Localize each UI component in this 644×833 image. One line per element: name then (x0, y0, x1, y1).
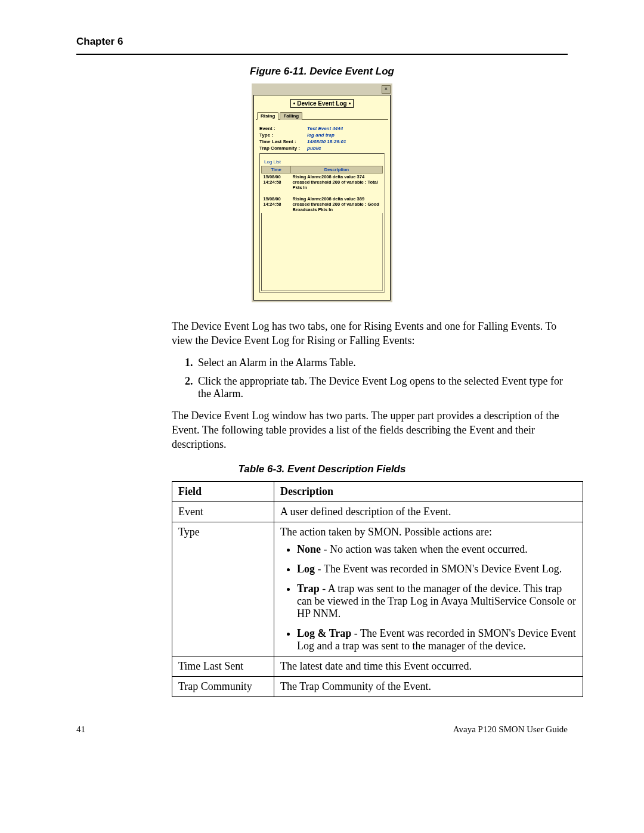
page-number: 41 (76, 724, 85, 735)
th-description: Description (274, 482, 583, 502)
field-timelastsent-value: 14/08/00 18:29:01 (307, 139, 385, 144)
dialog-title-text: Device Event Log (297, 100, 346, 107)
log-th-time: Time (262, 166, 291, 174)
step-2: Click the appropriate tab. The Device Ev… (196, 375, 568, 400)
dot-icon (293, 103, 295, 104)
field-event-value: Test Event 4444 (307, 126, 385, 131)
tab-pane: Event : Test Event 4444 Type : log and t… (256, 119, 388, 298)
type-intro: The action taken by SMON. Possible actio… (280, 526, 577, 538)
field-timelastsent-label: Time Last Sent : (259, 139, 307, 144)
list-item: None - No action was taken when the even… (297, 543, 577, 556)
log-row: 15/08/00 14:24:58 Rising Alarm:2008 delt… (262, 196, 383, 213)
guide-title: Avaya P120 SMON User Guide (453, 724, 568, 735)
chapter-header: Chapter 6 (76, 36, 568, 48)
paragraph: The Device Event Log window has two part… (172, 408, 568, 452)
th-field: Field (172, 482, 274, 502)
log-th-desc: Description (291, 166, 383, 174)
step-1: Select an Alarm in the Alarms Table. (196, 357, 568, 369)
list-item: Log & Trap - The Event was recorded in S… (297, 627, 577, 652)
field-trapcommunity-label: Trap Community : (259, 145, 307, 151)
paragraph: The Device Event Log has two tabs, one f… (172, 319, 568, 348)
field-type-value: log and trap (307, 132, 385, 138)
table-row: Event A user defined description of the … (172, 502, 583, 522)
tab-rising[interactable]: Rising (257, 112, 278, 120)
dialog-outer: × Device Event Log Rising Falling Ev (252, 83, 392, 302)
log-table: Time Description 15/08/00 14:24:58 (261, 166, 383, 213)
field-trapcommunity-value: public (307, 145, 385, 151)
table-caption: Table 6-3. Event Description Fields (76, 463, 568, 475)
close-icon[interactable]: × (382, 85, 391, 94)
field-event-label: Event : (259, 126, 307, 131)
event-description-table: Field Description Event A user defined d… (172, 481, 583, 697)
table-row: Type The action taken by SMON. Possible … (172, 522, 583, 657)
header-rule (76, 54, 568, 55)
dialog-title: Device Event Log (290, 99, 353, 108)
list-item: Log - The Event was recorded in SMON's D… (297, 563, 577, 575)
table-row: Time Last Sent The latest date and time … (172, 657, 583, 677)
log-row: 15/08/00 14:24:58 Rising Alarm:2008 delt… (262, 174, 383, 191)
page-footer: 41 Avaya P120 SMON User Guide (76, 724, 568, 735)
body-text: The Device Event Log has two tabs, one f… (76, 319, 568, 451)
field-type-label: Type : (259, 132, 307, 138)
table-row: Trap Community The Trap Community of the… (172, 677, 583, 697)
loglist-label: Log List (263, 159, 282, 165)
figure-device-event-log: × Device Event Log Rising Falling Ev (76, 83, 568, 302)
tab-falling[interactable]: Falling (280, 112, 302, 120)
list-item: Trap - A trap was sent to the manager of… (297, 583, 577, 620)
figure-caption: Figure 6-11. Device Event Log (76, 66, 568, 78)
loglist-frame: Log List Time Description (259, 153, 385, 293)
dot-icon (349, 103, 351, 104)
